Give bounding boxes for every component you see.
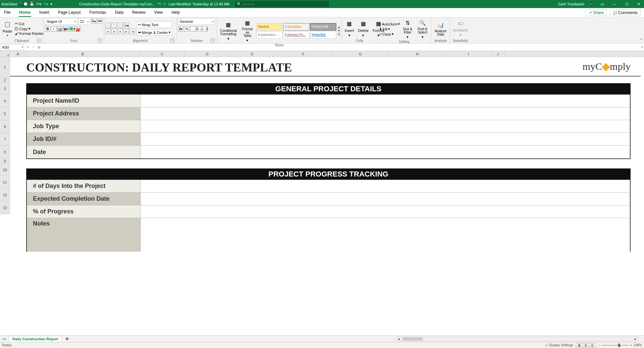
page-layout-view-button[interactable]: ▤ bbox=[583, 343, 589, 348]
field-value-cell[interactable] bbox=[140, 193, 630, 205]
row-header-7[interactable]: 7 bbox=[0, 133, 10, 146]
row-headers[interactable]: 12345678910111213 bbox=[0, 57, 10, 214]
font-color-button[interactable]: A▾ bbox=[75, 26, 81, 32]
find-select-button[interactable]: 🔍Find & Select▾ bbox=[416, 18, 430, 40]
undo-button[interactable]: ↶▾ bbox=[36, 2, 41, 6]
column-header-F[interactable]: F bbox=[275, 51, 332, 57]
qat-customize[interactable]: ▾ bbox=[50, 2, 52, 6]
collapse-ribbon-button[interactable]: ⌃ bbox=[640, 38, 643, 42]
clear-button[interactable]: ◇ Clear ▾ bbox=[379, 32, 400, 36]
cell-style-followed-hy-[interactable]: Followed Hy... bbox=[283, 31, 309, 39]
decrease-indent-button[interactable]: ⇤ bbox=[124, 29, 129, 34]
number-launcher[interactable]: ⤡ bbox=[211, 39, 215, 43]
conditional-formatting-button[interactable]: ▦Conditional Formatting▾ bbox=[218, 20, 239, 42]
column-header-C[interactable]: C bbox=[140, 51, 185, 57]
styles-scroll[interactable]: ▴▾▾ bbox=[338, 26, 340, 36]
row-header-5[interactable]: 5 bbox=[0, 107, 10, 120]
increase-font-button[interactable]: A▴ bbox=[91, 18, 96, 23]
field-value-cell[interactable] bbox=[140, 218, 630, 252]
percent-button[interactable]: % bbox=[184, 26, 189, 32]
row-header-3[interactable]: 3 bbox=[0, 83, 10, 95]
delete-cells-button[interactable]: ▦Delete▾ bbox=[357, 19, 370, 38]
row-header-9[interactable]: 9 bbox=[0, 158, 10, 164]
accounting-button[interactable]: $▾ bbox=[178, 26, 183, 32]
wrap-text-button[interactable]: ↩ Wrap Text bbox=[136, 21, 172, 28]
sort-filter-button[interactable]: ⇅Sort & Filter▾ bbox=[401, 18, 414, 40]
row-header-2[interactable]: 2 bbox=[0, 77, 10, 83]
tab-formulas[interactable]: Formulas bbox=[89, 9, 107, 17]
row-header-13[interactable]: 13 bbox=[0, 201, 10, 214]
display-settings-button[interactable]: ▭ Display Settings bbox=[545, 343, 573, 347]
tab-review[interactable]: Review bbox=[131, 9, 146, 17]
column-header-E[interactable]: E bbox=[230, 51, 275, 57]
field-value-cell[interactable] bbox=[140, 107, 630, 120]
search-input[interactable] bbox=[243, 2, 327, 6]
field-value-cell[interactable] bbox=[140, 120, 630, 133]
format-painter-button[interactable]: 🖌 Format Painter bbox=[15, 32, 44, 36]
zoom-in-button[interactable]: + bbox=[630, 343, 632, 347]
column-header-J[interactable]: J bbox=[491, 51, 505, 57]
cut-button[interactable]: ✂ Cut bbox=[15, 21, 44, 26]
decrease-font-button[interactable]: A▾ bbox=[97, 18, 102, 23]
field-value-cell[interactable] bbox=[140, 133, 630, 145]
close-button[interactable]: ✕ bbox=[635, 2, 643, 6]
analyze-data-button[interactable]: 📊Analyze Data bbox=[433, 20, 448, 37]
zoom-out-button[interactable]: − bbox=[599, 343, 601, 347]
cancel-formula-button[interactable]: ✕ bbox=[25, 45, 31, 49]
clipboard-launcher[interactable]: ⤡ bbox=[37, 39, 41, 43]
tab-home[interactable]: Home bbox=[18, 9, 31, 17]
row-header-1[interactable]: 1 bbox=[0, 57, 10, 77]
general-details-table[interactable]: Project Name/IDProject AddressJob TypeJo… bbox=[26, 94, 631, 159]
formula-input[interactable] bbox=[42, 44, 640, 50]
new-sheet-button[interactable]: ⊕ bbox=[64, 336, 70, 342]
row-header-12[interactable]: 12 bbox=[0, 189, 10, 201]
cell-style-hyperlink[interactable]: Hyperlink bbox=[310, 31, 336, 39]
copy-button[interactable]: ⿻ Copy ▾ bbox=[15, 27, 44, 31]
align-top-button[interactable]: ⬚ bbox=[105, 23, 111, 28]
cell-style-explanatory-[interactable]: Explanatory ... bbox=[256, 31, 283, 39]
align-left-button[interactable]: ≡ bbox=[105, 29, 111, 34]
minimize-button[interactable]: — bbox=[610, 2, 618, 6]
number-format-select[interactable]: General▾ bbox=[178, 18, 215, 25]
tab-data[interactable]: Data bbox=[114, 9, 124, 17]
increase-indent-button[interactable]: ⇥ bbox=[130, 29, 135, 34]
font-name-select[interactable]: Segoe UI▾ bbox=[45, 18, 78, 25]
field-value-cell[interactable] bbox=[140, 205, 630, 218]
fill-color-button[interactable]: 🪣▾ bbox=[69, 26, 75, 32]
row-header-11[interactable]: 11 bbox=[0, 176, 10, 189]
align-middle-button[interactable]: ⬚ bbox=[112, 23, 117, 28]
user-avatar[interactable]: ZY bbox=[588, 1, 594, 7]
save-icon[interactable]: 💾 bbox=[30, 2, 34, 6]
cell-style-calculation[interactable]: Calculation bbox=[283, 23, 309, 31]
merge-center-button[interactable]: ⬌ Merge & Center ▾ bbox=[136, 29, 172, 36]
font-size-select[interactable]: 12▾ bbox=[78, 18, 90, 25]
tab-view[interactable]: View bbox=[154, 9, 164, 17]
tab-help[interactable]: Help bbox=[171, 9, 181, 17]
comments-button[interactable]: Comments bbox=[610, 9, 641, 16]
select-all-corner[interactable] bbox=[0, 51, 10, 57]
cell-styles-gallery[interactable]: NeutralCalculationCheck CellExplanatory … bbox=[256, 23, 336, 39]
fx-icon[interactable]: fx bbox=[36, 45, 42, 49]
align-center-button[interactable]: ≡ bbox=[112, 29, 117, 34]
comma-button[interactable]: , bbox=[190, 26, 196, 32]
search-box[interactable]: 🔍 bbox=[235, 1, 329, 7]
ribbon-display-options[interactable]: ▭ bbox=[598, 2, 606, 6]
progress-tracking-table[interactable]: # of Days Into the ProjectExpected Compl… bbox=[26, 179, 631, 252]
tab-page-layout[interactable]: Page Layout bbox=[57, 9, 81, 17]
autosave-toggle[interactable]: AutoSave On bbox=[1, 2, 28, 6]
expand-formula-bar[interactable]: ▾ bbox=[640, 46, 644, 49]
border-button[interactable]: ▦▾ bbox=[63, 26, 69, 32]
underline-button[interactable]: U▾ bbox=[57, 26, 62, 32]
field-value-cell[interactable] bbox=[140, 180, 630, 192]
row-header-8[interactable]: 8 bbox=[0, 146, 10, 158]
autosum-button[interactable]: Σ AutoSum ▾ bbox=[379, 22, 400, 26]
zoom-slider[interactable] bbox=[602, 345, 629, 346]
field-value-cell[interactable] bbox=[140, 146, 630, 158]
share-button[interactable]: Share bbox=[586, 9, 607, 16]
column-header-A[interactable]: A bbox=[10, 51, 26, 57]
row-header-10[interactable]: 10 bbox=[0, 164, 10, 176]
name-box[interactable]: K50▾ bbox=[1, 44, 24, 50]
align-right-button[interactable]: ≡ bbox=[118, 29, 123, 34]
cell-style-check-cell[interactable]: Check Cell bbox=[310, 23, 336, 31]
column-header-B[interactable]: B bbox=[26, 51, 140, 57]
